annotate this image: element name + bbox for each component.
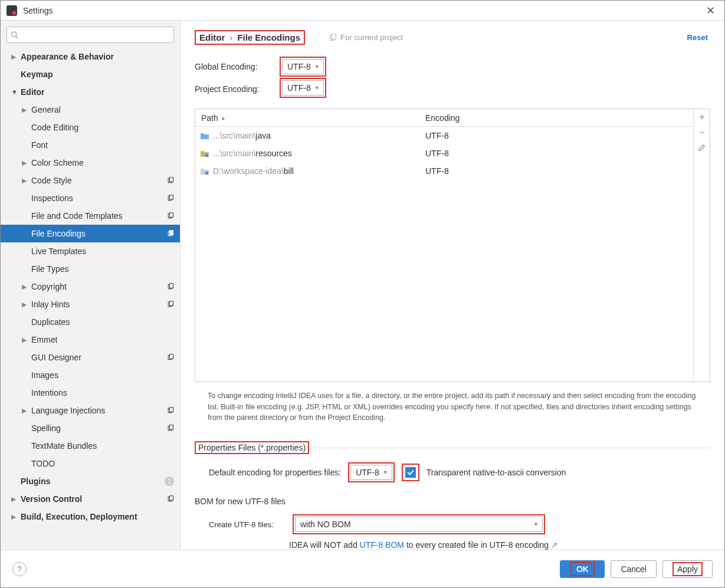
copy-icon: [167, 407, 174, 414]
tree-item[interactable]: Live Templates: [1, 242, 180, 260]
footer: ? OK Cancel Apply: [1, 550, 724, 587]
tree-item-label: Language Injections: [31, 406, 167, 415]
tree-item-label: GUI Designer: [31, 353, 167, 362]
tree-item-label: TextMate Bundles: [31, 441, 180, 451]
td-path: ...\src\main\java: [195, 131, 419, 140]
svg-rect-23: [332, 34, 336, 39]
cancel-button[interactable]: Cancel: [611, 560, 657, 578]
search-input[interactable]: [6, 27, 174, 43]
tree-item-label: Images: [31, 370, 180, 380]
td-encoding: UTF-8: [419, 149, 693, 158]
tree-item[interactable]: Font: [1, 136, 180, 154]
td-path: ...\src\main\resources: [195, 149, 419, 158]
tree-item[interactable]: Spelling: [1, 419, 180, 437]
properties-encoding-combo[interactable]: UTF-8 ▼: [350, 465, 392, 480]
tree-arrow-icon: ▼: [11, 88, 18, 96]
tree-item[interactable]: ▶Build, Execution, Deployment: [1, 508, 180, 525]
tree-item[interactable]: ▼Editor: [1, 83, 180, 101]
table-body: ...\src\main\javaUTF-8...\src\main\resou…: [195, 127, 693, 180]
tree-item-label: Spelling: [31, 423, 167, 433]
svg-rect-19: [170, 425, 173, 430]
tree-item[interactable]: ▶Emmet: [1, 331, 180, 349]
table-main: Path ▲ Encoding ...\src\main\javaUTF-8..…: [195, 109, 693, 382]
copy-icon: [329, 34, 337, 42]
tree-item[interactable]: Inspections: [1, 189, 180, 207]
breadcrumb-sep: ›: [229, 32, 232, 42]
tree-item[interactable]: ▶Language Injections: [1, 402, 180, 419]
transparent-checkbox-highlight: [402, 464, 419, 481]
project-encoding-row: Project Encoding: UTF-8 ▼: [195, 80, 710, 98]
tree-item-label: Font: [31, 140, 180, 150]
tree-item[interactable]: File and Code Templates: [1, 207, 180, 225]
tree-item-label: Inspections: [31, 193, 167, 203]
global-encoding-label: Global Encoding:: [195, 62, 280, 71]
copy-icon: [167, 425, 174, 432]
tree-item[interactable]: Plugins1: [1, 472, 180, 490]
encoding-table: Path ▲ Encoding ...\src\main\javaUTF-8..…: [195, 109, 710, 382]
tree-item[interactable]: ▶Copyright: [1, 278, 180, 295]
svg-point-0: [12, 32, 17, 37]
tree-item[interactable]: Images: [1, 366, 180, 384]
project-encoding-combo[interactable]: UTF-8 ▼: [282, 80, 324, 96]
tree-item[interactable]: TODO: [1, 455, 180, 472]
svg-rect-17: [170, 408, 173, 412]
breadcrumb: Editor › File Encodings: [195, 30, 305, 45]
remove-icon[interactable]: －: [697, 127, 707, 137]
tree-item[interactable]: ▶General: [1, 101, 180, 119]
copy-icon: [167, 177, 174, 184]
tree-item[interactable]: ▶Appearance & Behavior: [1, 48, 180, 65]
tree-item[interactable]: ▶Inlay Hints: [1, 295, 180, 313]
ok-button[interactable]: OK: [560, 560, 605, 578]
tree-item[interactable]: TextMate Bundles: [1, 437, 180, 455]
tree-item[interactable]: ▶Code Style: [1, 172, 180, 189]
edit-icon[interactable]: [697, 142, 707, 153]
content-header: Editor › File Encodings For current proj…: [181, 21, 724, 52]
tree-item[interactable]: Keymap: [1, 65, 180, 83]
chevron-down-icon: ▼: [383, 469, 388, 475]
create-utf8-combo[interactable]: with NO BOM ▼: [295, 517, 543, 532]
svg-rect-11: [170, 284, 173, 288]
tree-item[interactable]: Duplicates: [1, 313, 180, 331]
table-toolbar: ＋ －: [693, 109, 710, 382]
tree-item[interactable]: Intentions: [1, 384, 180, 402]
apply-button[interactable]: Apply: [662, 560, 713, 578]
settings-tree[interactable]: ▶Appearance & BehaviorKeymap▼Editor▶Gene…: [1, 48, 180, 550]
th-path[interactable]: Path ▲: [195, 113, 419, 123]
copy-icon: [167, 354, 174, 361]
transparent-checkbox[interactable]: [405, 467, 416, 478]
tree-item[interactable]: Code Editing: [1, 119, 180, 136]
tree-item[interactable]: GUI Designer: [1, 349, 180, 366]
close-icon[interactable]: ✕: [703, 4, 719, 17]
table-row[interactable]: D:\workspace-idea\billUTF-8: [195, 162, 693, 180]
svg-rect-7: [170, 213, 173, 218]
add-icon[interactable]: ＋: [697, 111, 707, 122]
tree-item-label: File Types: [31, 264, 180, 274]
tree-arrow-icon: ▶: [22, 177, 29, 185]
help-icon[interactable]: ?: [12, 562, 27, 576]
tree-item[interactable]: File Types: [1, 260, 180, 278]
tree-item-label: Inlay Hints: [31, 300, 167, 309]
copy-icon: [167, 301, 174, 308]
project-encoding-highlight: UTF-8 ▼: [280, 78, 326, 98]
search-icon: [11, 31, 18, 39]
global-encoding-combo[interactable]: UTF-8 ▼: [282, 59, 324, 74]
project-encoding-label: Project Encoding:: [195, 84, 280, 94]
table-row[interactable]: ...\src\main\resourcesUTF-8: [195, 144, 693, 162]
tree-item[interactable]: File Encodings: [1, 225, 180, 242]
bom-section: BOM for new UTF-8 files Create UTF-8 fil…: [195, 497, 710, 550]
utf8-bom-link[interactable]: UTF-8 BOM: [360, 540, 404, 550]
create-utf8-label: Create UTF-8 files:: [209, 520, 286, 529]
table-row[interactable]: ...\src\main\javaUTF-8: [195, 127, 693, 144]
reset-link[interactable]: Reset: [687, 33, 708, 42]
external-link-icon: ↗: [551, 540, 558, 550]
tree-item-label: Duplicates: [31, 317, 180, 327]
svg-rect-24: [205, 154, 208, 157]
help-text: To change encoding IntelliJ IDEA uses fo…: [195, 382, 710, 434]
td-encoding: UTF-8: [419, 166, 693, 176]
search-field[interactable]: [21, 31, 170, 40]
copy-icon: [167, 230, 174, 237]
tree-item[interactable]: ▶Version Control: [1, 490, 180, 508]
tree-item[interactable]: ▶Color Scheme: [1, 154, 180, 172]
th-encoding[interactable]: Encoding: [419, 113, 693, 123]
tree-item-label: Copyright: [31, 282, 167, 291]
